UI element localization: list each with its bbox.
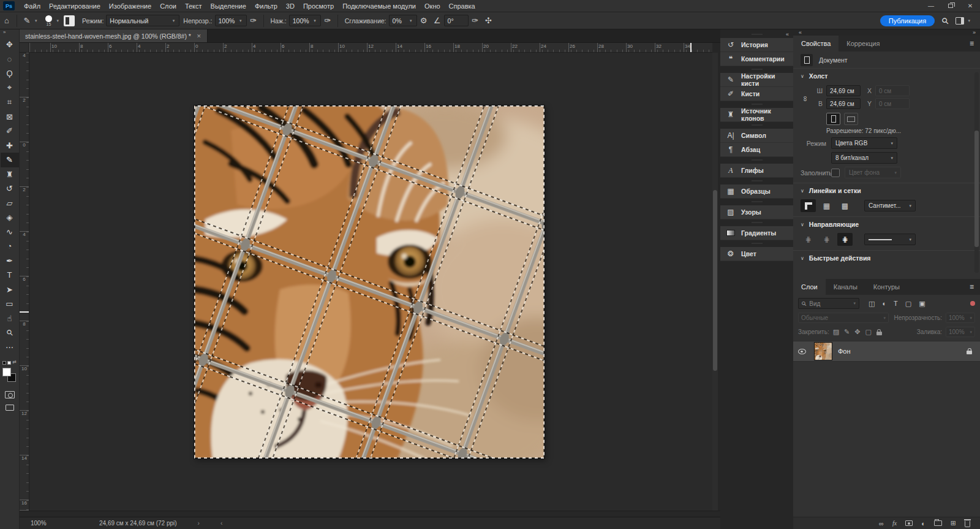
guide-style-select[interactable]: ▾ xyxy=(864,234,916,245)
menu-item-фильтр[interactable]: Фильтр xyxy=(251,0,282,12)
tab-channels[interactable]: Каналы xyxy=(826,279,865,295)
menu-item-подключаемые-модули[interactable]: Подключаемые модули xyxy=(338,0,420,12)
quick-actions-header[interactable]: ∨ Быстрые действия xyxy=(793,251,980,265)
type-tool[interactable]: T xyxy=(1,268,19,283)
panel-button-history[interactable]: ↺История xyxy=(720,38,793,52)
menu-item-слои[interactable]: Слои xyxy=(156,0,181,12)
panel-button-paragraph[interactable]: ¶Абзац xyxy=(720,143,793,157)
lasso-tool[interactable]: Ϙ xyxy=(1,66,19,81)
layer-thumbnail[interactable] xyxy=(814,342,832,360)
toggle-pixel-grid-button[interactable]: ▩ xyxy=(837,199,853,212)
rulers-section-header[interactable]: ∨ Линейки и сетки xyxy=(793,183,980,198)
history-brush-tool[interactable]: ↺ xyxy=(1,181,19,196)
tab-adjustments[interactable]: Коррекция xyxy=(839,36,888,51)
lock-artboard-icon[interactable]: ▢ xyxy=(865,328,872,336)
brush-tool[interactable]: ✎ xyxy=(1,153,19,167)
color-swatches[interactable] xyxy=(2,368,17,384)
rectangle-tool[interactable]: ▭ xyxy=(1,297,19,311)
units-select[interactable]: Сантимет... ▾ xyxy=(864,200,916,211)
panel-button-character[interactable]: A|Символ xyxy=(720,129,793,143)
layer-search-select[interactable]: ⚲ Вид ▾ xyxy=(798,298,859,309)
layer-row-background[interactable]: Фон xyxy=(793,341,980,362)
panel-menu-icon[interactable]: ≡ xyxy=(963,279,980,295)
layer-visibility-toggle[interactable] xyxy=(793,349,810,354)
default-swatches-icon[interactable]: ⇄ xyxy=(2,359,17,365)
filter-shape-layers-icon[interactable]: ▢ xyxy=(905,300,911,308)
smoothing-select[interactable]: 0% ▾ xyxy=(389,15,417,26)
tab-paths[interactable]: Контуры xyxy=(865,279,908,295)
publish-button[interactable]: Публикация xyxy=(880,15,935,26)
blend-mode-select[interactable]: Нормальный ▾ xyxy=(106,15,179,26)
lock-position-icon[interactable]: ✥ xyxy=(854,328,860,336)
new-adjustment-layer-icon[interactable]: ◐ xyxy=(921,520,925,527)
frame-tool[interactable]: ⊠ xyxy=(1,110,19,124)
chevron-down-icon[interactable]: ▾ xyxy=(57,18,59,23)
opacity-select[interactable]: 100% ▾ xyxy=(215,15,247,26)
search-icon[interactable]: ⚲ xyxy=(940,15,951,26)
gear-icon[interactable]: ⚙ xyxy=(417,16,431,25)
delete-layer-icon[interactable] xyxy=(965,521,970,527)
toggle-rulers-button[interactable] xyxy=(801,199,816,212)
menu-item-просмотр[interactable]: Просмотр xyxy=(299,0,338,12)
dodge-tool[interactable]: ◔ xyxy=(1,239,19,254)
eyedropper-tool[interactable]: ✐ xyxy=(1,124,19,139)
color-mode-select[interactable]: Цвета RGB ▾ xyxy=(831,137,897,149)
marquee-tool[interactable]: ◌ xyxy=(1,52,19,67)
restore-button[interactable] xyxy=(941,0,960,12)
smudge-tool[interactable]: ∿ xyxy=(1,225,19,240)
canvas[interactable] xyxy=(194,105,545,459)
link-dimensions-icon[interactable]: ∞ xyxy=(801,96,810,102)
collapse-dock-icon[interactable]: « xyxy=(799,29,802,36)
menu-item-окно[interactable]: Окно xyxy=(420,0,445,12)
canvas-vertical-scrollbar[interactable] xyxy=(712,53,718,511)
horizontal-ruler[interactable]: 1086420246810121416182022242628303234 xyxy=(29,43,712,53)
menu-item-выделение[interactable]: Выделение xyxy=(206,0,251,12)
vertical-ruler[interactable]: 4202468101214161820 xyxy=(20,53,29,511)
toolbar-collapse-icon[interactable]: » xyxy=(0,29,6,37)
filter-toggle-light[interactable] xyxy=(970,301,975,306)
landscape-orientation-button[interactable] xyxy=(844,113,858,125)
path-select-tool[interactable]: ➤ xyxy=(1,283,19,297)
properties-scrollbar[interactable] xyxy=(974,72,979,273)
panel-button-glyphs[interactable]: AГлифы xyxy=(720,164,793,178)
new-layer-icon[interactable]: ⊞ xyxy=(951,519,956,527)
gradient-tool[interactable]: ◈ xyxy=(1,210,19,225)
new-group-icon[interactable] xyxy=(934,520,942,526)
snap-guides-button[interactable]: ⋕ xyxy=(837,233,853,246)
crop-tool[interactable]: ⌗ xyxy=(1,95,19,110)
link-layers-icon[interactable]: ∞ xyxy=(879,520,884,527)
toggle-guides-button[interactable]: ⋕ xyxy=(801,233,816,246)
menu-item-справка[interactable]: Справка xyxy=(445,0,480,12)
move-tool[interactable]: ✥ xyxy=(1,37,19,52)
airbrush-icon[interactable]: ✑ xyxy=(321,16,334,25)
close-button[interactable]: ✕ xyxy=(960,0,980,12)
lock-guides-button[interactable]: ⋕ xyxy=(819,233,834,246)
filter-smart-object-icon[interactable]: ▣ xyxy=(919,300,925,308)
tab-properties[interactable]: Свойства xyxy=(793,36,839,51)
filter-adjustment-layers-icon[interactable]: ◐ xyxy=(882,300,886,307)
lock-transparency-icon[interactable]: ▨ xyxy=(833,328,839,336)
panel-button-clone-source[interactable]: ♜Источник клонов xyxy=(720,108,793,122)
quick-mask-button[interactable] xyxy=(5,391,15,398)
filter-type-layers-icon[interactable]: T xyxy=(894,300,898,307)
panel-button-patterns[interactable]: ▨Узоры xyxy=(720,205,793,219)
panel-button-brushes[interactable]: ✐Кисти xyxy=(720,87,793,101)
panel-button-gradients[interactable]: Градиенты xyxy=(720,226,793,240)
angle-field[interactable]: 0° xyxy=(444,15,469,26)
filter-pixel-layers-icon[interactable]: ◫ xyxy=(869,300,875,308)
screen-mode-button[interactable] xyxy=(6,405,14,411)
pen-tool[interactable]: ✒ xyxy=(1,254,19,268)
expand-dock-icon[interactable]: » xyxy=(973,29,976,36)
panel-menu-icon[interactable]: ≡ xyxy=(963,36,980,51)
zoom-level-field[interactable]: 100% xyxy=(31,520,75,527)
menu-item-3d[interactable]: 3D xyxy=(282,0,299,12)
toggle-brush-panel-icon[interactable] xyxy=(64,15,75,26)
canvas-horizontal-scrollbar[interactable] xyxy=(20,511,720,517)
height-field[interactable]: 24,69 см xyxy=(826,98,861,109)
pressure-opacity-icon[interactable]: ✑ xyxy=(247,16,260,25)
foreground-color-swatch[interactable] xyxy=(2,368,11,376)
eraser-tool[interactable]: ▱ xyxy=(1,196,19,211)
lock-pixels-icon[interactable]: ✎ xyxy=(844,328,850,336)
ruler-corner[interactable] xyxy=(20,43,29,53)
close-tab-icon[interactable]: ✕ xyxy=(197,33,202,39)
